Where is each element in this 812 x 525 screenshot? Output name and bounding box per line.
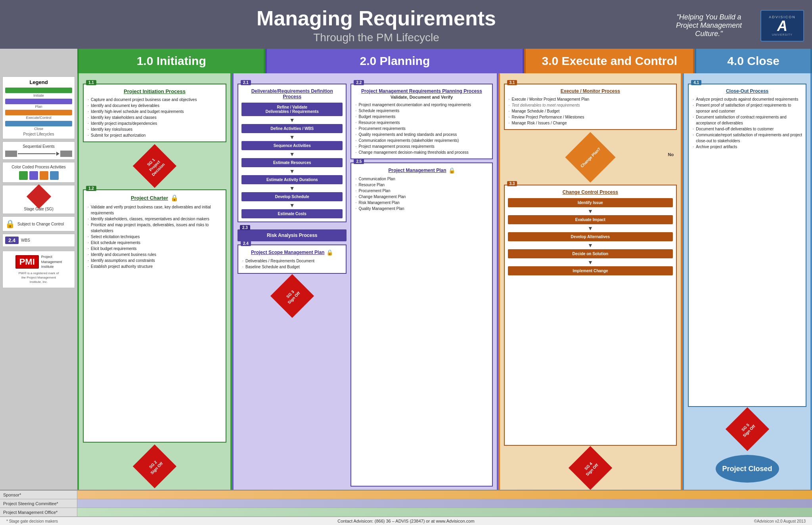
legend-lock-label: Subject to Change Control <box>17 222 64 226</box>
phase-header-plan: 2.0 Planning <box>265 49 524 73</box>
sg4-text-wrapper: SG 4 Sign Off <box>575 452 606 483</box>
col-initiate: 1.1 Project Initiation Process ·Capture … <box>77 73 232 490</box>
plan-left-col: 2.1 Deliverable/Requirements Definition … <box>237 80 347 487</box>
section-23-num: 2.3 <box>240 225 250 230</box>
footer-bar-steering <box>77 499 812 508</box>
section-31-bullets: ·Execute / Monitor Project Management Pl… <box>508 96 673 126</box>
section-22: 2.2 Project Management Requirements Plan… <box>350 84 492 159</box>
legend-stage-gate-box: Stage Gate (SG) <box>2 185 75 214</box>
col-execute: 3.1 Execute / Monitor Process ·Execute /… <box>498 73 683 490</box>
tagline: "Helping You Build a Project Management … <box>665 13 753 38</box>
legend-close-bar: Close <box>5 121 72 131</box>
arrow-21-3: ▼ <box>289 168 295 174</box>
section-11-bullets: ·Capture and document project business c… <box>87 97 222 138</box>
section-31-title: Execute / Monitor Process <box>508 88 673 94</box>
section-24: 2.4 Project Scope Management Plan 🔒 ·Del… <box>237 244 347 274</box>
change-plan-text: Change Plan? <box>579 146 601 168</box>
section-22-subtitle: Validate, Document and Verify <box>354 95 488 99</box>
footer-row-pmo: Project Management Office* <box>0 508 812 517</box>
footer-row-steering: Project Steering Committee* <box>0 499 812 508</box>
legend-wbs-box: 2.4 WBS <box>2 234 75 247</box>
sg3-text: SG 3 Sign Off <box>283 287 301 305</box>
section-12: 1.2 Project Charter 🔒 ·Validate and veri… <box>83 189 226 443</box>
plan-top-row: 2.1 Deliverable/Requirements Definition … <box>237 80 493 487</box>
section-25-header: Project Management Plan 🔒 <box>354 167 488 174</box>
arrow-21-0: ▼ <box>289 117 295 123</box>
legend-plan-bar: Plan <box>5 99 72 109</box>
arrow-21-2: ▼ <box>289 151 295 157</box>
footer-bar-sponsor <box>77 491 812 499</box>
exec-arrow-0: ▼ <box>588 208 593 214</box>
flow-box-21-6: Estimate Costs <box>241 209 343 218</box>
legend-wbs-label: WBS <box>21 238 30 242</box>
header: Managing Requirements Through the PM Lif… <box>0 0 812 49</box>
plan-right-col: 2.2 Project Management Requirements Plan… <box>350 80 492 487</box>
section-12-lock-icon: 🔒 <box>170 194 178 202</box>
footer-bar-pmo <box>77 508 812 516</box>
section-21: 2.1 Deliverable/Requirements Definition … <box>237 84 347 222</box>
project-closed-label: Project Closed <box>722 465 772 473</box>
footer-rows: Sponsor* Project Steering Committee* Pro… <box>0 490 812 517</box>
section-33: 3.3 Change Control Process Identify Issu… <box>504 185 677 446</box>
section-41-bullets: ·Analyze project outputs against documen… <box>692 96 802 150</box>
sg2-text-wrapper: SG 2 Sign Off <box>139 451 170 482</box>
sg1-container: SG 1 Project Decision <box>83 147 226 185</box>
sg2-container: SG 2 Sign Off <box>83 447 226 485</box>
exec-flow-2: Develop Alternatives <box>508 232 673 241</box>
flow-box-21-0: Refine / ValidateDeliverables / Requirem… <box>241 103 343 116</box>
sg4-container: SG 4 Sign Off <box>504 449 677 487</box>
logo-bottom-text: UNIVERSITY <box>772 33 793 36</box>
legend-color-coded-label: Color Coded Process Activities <box>5 165 72 169</box>
page: Managing Requirements Through the PM Lif… <box>0 0 812 525</box>
phase-header-initiate: 1.0 Initiating <box>77 49 265 73</box>
exec-arrow-3: ▼ <box>588 259 593 265</box>
sg2-text: SG 2 Sign Off <box>146 457 164 475</box>
section-25-title: Project Management Plan <box>388 168 446 173</box>
sg3-container: SG 3 Sign Off <box>237 277 347 315</box>
section-22-bullets: ·Project management documentation and re… <box>354 102 488 155</box>
pmi-registered-note: PMI® is a registered mark ofthe Project … <box>19 271 59 284</box>
arrow-21-1: ▼ <box>289 134 295 140</box>
advisicon-logo: ADVISICON A UNIVERSITY <box>760 10 804 42</box>
legend-sequential-visual <box>5 151 72 157</box>
flow-box-21-3: Estimate Resources <box>241 158 343 167</box>
section-41-title: Close-Out Process <box>692 88 802 94</box>
section-33-num: 3.3 <box>507 181 517 186</box>
legend-color-squares <box>5 171 72 180</box>
footer-note: * Stage gate decision makers <box>6 519 58 523</box>
sg3-text-wrapper: SG 3 Sign Off <box>277 281 308 311</box>
project-closed-container: Project Closed <box>688 455 806 483</box>
arrow-21-5: ▼ <box>289 202 295 208</box>
phase-header-close: 4.0 Close <box>695 49 812 73</box>
section-21-num: 2.1 <box>241 80 251 85</box>
sg4-diamond-wrapper: SG 4 Sign Off <box>575 452 606 483</box>
exec-arrow-2: ▼ <box>588 242 593 248</box>
section-11: 1.1 Project Initiation Process ·Capture … <box>83 84 226 142</box>
legend-lock-box: 🔒 Subject to Change Control <box>2 216 75 231</box>
legend-execute-bar: Execute/Control <box>5 110 72 120</box>
legend-sg-diamond <box>30 188 48 205</box>
pmi-box: PMI ProjectManagementInstitute PMI® is a… <box>2 251 75 288</box>
exec-flow-1: Evaluate Impact <box>508 215 673 224</box>
section-23: 2.3 Risk Analysis Process <box>237 229 347 241</box>
section-22-num: 2.2 <box>354 80 364 85</box>
section-11-title: Project Initiation Process <box>87 88 222 94</box>
wbs-indicator: 2.4 <box>5 237 19 244</box>
footer-label-steering: Project Steering Committee* <box>0 499 77 508</box>
sg3-diamond-wrapper: SG 3 Sign Off <box>277 281 308 311</box>
exec-arrow-1: ▼ <box>588 225 593 231</box>
section-24-bullets: ·Deliverables / Requirements Document ·B… <box>241 258 343 270</box>
section-11-num: 1.1 <box>86 80 96 85</box>
section-31: 3.1 Execute / Monitor Process ·Execute /… <box>504 84 677 130</box>
footer-row-sponsor: Sponsor* <box>0 491 812 499</box>
sg5-diamond-wrapper: SG 5 Sign Off <box>732 414 763 445</box>
col-close: 4.1 Close-Out Process ·Analyze project o… <box>682 73 812 490</box>
project-closed-oval: Project Closed <box>716 455 779 483</box>
flow-box-21-2: Sequence Activities <box>241 141 343 150</box>
section-24-title: Project Scope Management Plan <box>251 250 324 255</box>
legend-sidebar: Legend Initiate Plan Execute/Control Clo… <box>0 73 77 490</box>
footer-label-pmo: Project Management Office* <box>0 508 77 516</box>
sg1-text-wrapper: SG 1 Project Decision <box>139 151 170 181</box>
main-title: Managing Requirements <box>87 7 665 30</box>
flow-box-21-5: Develop Schedule <box>241 192 343 201</box>
